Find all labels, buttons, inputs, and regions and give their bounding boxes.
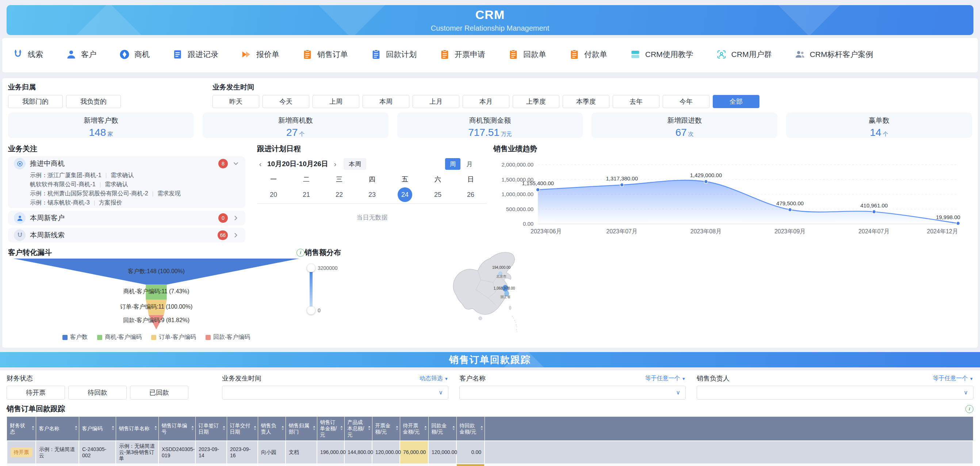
time-button-上周[interactable]: 上周 bbox=[313, 95, 359, 108]
table-info-icon[interactable]: i bbox=[966, 405, 974, 413]
slider-handle-max[interactable] bbox=[307, 264, 315, 272]
opportunity-item[interactable]: 示例：杭州萧山国际贸易股份有限公司-商机-2 需求发现 bbox=[14, 189, 240, 198]
column-header[interactable]: 销售负责人 bbox=[258, 417, 286, 441]
calendar-prev-icon[interactable]: ‹ bbox=[257, 160, 264, 169]
calendar-date-22[interactable]: 22 bbox=[323, 187, 356, 203]
slider-handle-min[interactable] bbox=[307, 306, 315, 315]
time-button-今天[interactable]: 今天 bbox=[262, 95, 309, 108]
legend-item[interactable]: 订单-客户编码 bbox=[151, 334, 196, 341]
sales-owner-select[interactable]: ∨ bbox=[697, 386, 974, 399]
nav-item-invoice-requests[interactable]: 开票申请 bbox=[439, 49, 485, 60]
trend-point[interactable] bbox=[788, 208, 792, 212]
legend-item[interactable]: 商机-客户编码 bbox=[97, 334, 142, 341]
customer-operator-link[interactable]: 等于任意一个 ▼ bbox=[645, 375, 686, 382]
legend-item[interactable]: 回款-客户编码 bbox=[205, 334, 250, 341]
calendar-date-23[interactable]: 23 bbox=[356, 187, 388, 203]
sort-icon[interactable] bbox=[253, 425, 257, 432]
sort-icon[interactable] bbox=[154, 425, 158, 432]
nav-item-receipts[interactable]: 回款单 bbox=[508, 49, 546, 60]
customer-name-select[interactable]: ∨ bbox=[459, 386, 686, 399]
column-header[interactable]: 财务状态 bbox=[7, 417, 36, 441]
sort-icon[interactable] bbox=[32, 425, 35, 432]
sort-icon[interactable] bbox=[395, 425, 399, 432]
opportunity-item[interactable]: 帆软软件有限公司-商机-1 需求确认 bbox=[14, 180, 240, 189]
nav-item-crm-cases[interactable]: CRM标杆客户案例 bbox=[794, 49, 873, 60]
nav-item-customers[interactable]: 客户 bbox=[66, 49, 96, 60]
nav-item-leads[interactable]: 线索 bbox=[13, 49, 43, 60]
time-button-全部[interactable]: 全部 bbox=[713, 95, 759, 108]
ownership-button[interactable]: 我部门的 bbox=[8, 95, 63, 108]
funnel-info-icon[interactable]: i bbox=[296, 249, 304, 257]
nav-item-crm-user-group[interactable]: CRM用户群 bbox=[716, 49, 772, 60]
column-header[interactable]: 待回款金额/元 bbox=[457, 417, 485, 441]
time-button-本季度[interactable]: 本季度 bbox=[563, 95, 609, 108]
column-header[interactable]: 销售订单金额/元 bbox=[317, 417, 344, 441]
column-header[interactable]: 产品成本总额/元 bbox=[344, 417, 372, 441]
finance-status-button-待开票[interactable]: 待开票 bbox=[6, 386, 65, 399]
column-header[interactable]: 销售归属部门 bbox=[286, 417, 317, 441]
sort-icon[interactable] bbox=[452, 425, 455, 432]
trend-point[interactable] bbox=[956, 222, 960, 225]
sort-icon[interactable] bbox=[480, 425, 484, 432]
ownership-button[interactable]: 我负责的 bbox=[66, 95, 121, 108]
time-button-上月[interactable]: 上月 bbox=[413, 95, 459, 108]
focus-panel-header[interactable]: 本周新客户 0 bbox=[14, 211, 240, 225]
legend-item[interactable]: 客户数 bbox=[62, 334, 88, 341]
opportunity-item[interactable]: 示例：锡东帆软-商机-3 方案报价 bbox=[14, 198, 240, 207]
calendar-date-25[interactable]: 25 bbox=[422, 187, 454, 203]
column-header[interactable]: 订单签订日期 bbox=[195, 417, 227, 441]
order-time-select[interactable]: ∨ bbox=[222, 386, 449, 399]
chevron-right-icon[interactable] bbox=[232, 232, 240, 239]
sort-icon[interactable] bbox=[424, 425, 427, 432]
nav-item-crm-tutorial[interactable]: CRM使用教学 bbox=[630, 49, 694, 60]
sales-operator-link[interactable]: 等于任意一个 ▼ bbox=[933, 375, 974, 382]
time-button-去年[interactable]: 去年 bbox=[612, 95, 659, 108]
finance-status-button-待回款[interactable]: 待回款 bbox=[68, 386, 127, 399]
focus-panel-header[interactable]: 本周新线索 66 bbox=[14, 228, 240, 242]
calendar-this-week-button[interactable]: 本周 bbox=[344, 158, 366, 170]
opportunity-item[interactable]: 示例：杭州简道云-商机-3 方案报价 bbox=[14, 207, 240, 208]
table-row[interactable]: 待回款示例：锡东帆软C-240305-001示例：锡东帆软-第2份销售订单XSD… bbox=[7, 464, 973, 466]
trend-point[interactable] bbox=[872, 210, 876, 214]
nav-item-payments[interactable]: 付款单 bbox=[569, 49, 607, 60]
chevron-down-icon[interactable] bbox=[232, 160, 240, 167]
column-header[interactable]: 回款金额/元 bbox=[428, 417, 457, 441]
sort-icon[interactable] bbox=[340, 425, 343, 432]
trend-point[interactable] bbox=[620, 183, 624, 187]
calendar-date-20[interactable]: 20 bbox=[257, 187, 290, 203]
sort-icon[interactable] bbox=[313, 425, 316, 432]
nav-item-quotes[interactable]: 报价单 bbox=[241, 49, 279, 60]
time-button-昨天[interactable]: 昨天 bbox=[213, 95, 259, 108]
nav-item-sales-orders[interactable]: 销售订单 bbox=[302, 49, 348, 60]
sort-icon[interactable] bbox=[222, 425, 226, 432]
trend-point[interactable] bbox=[704, 180, 708, 183]
sort-icon[interactable] bbox=[281, 425, 285, 432]
time-button-本周[interactable]: 本周 bbox=[363, 95, 409, 108]
opportunity-item[interactable]: 示例：浙江广厦集团-商机-1 需求确认 bbox=[14, 171, 240, 180]
sort-icon[interactable] bbox=[75, 425, 78, 432]
table-row[interactable]: 待开票示例：无锡简道云C-240305-002示例：无锡简道云-第3份销售订单X… bbox=[7, 441, 973, 464]
nav-item-follow-records[interactable]: 跟进记录 bbox=[172, 49, 218, 60]
time-button-上季度[interactable]: 上季度 bbox=[513, 95, 559, 108]
column-header[interactable]: 订单交付日期 bbox=[227, 417, 258, 441]
focus-panel-header[interactable]: 推进中商机 8 bbox=[14, 156, 240, 171]
sort-icon[interactable] bbox=[368, 425, 371, 432]
column-header[interactable]: 销售订单编号 bbox=[159, 417, 195, 441]
column-header[interactable]: 开票金额/元 bbox=[372, 417, 400, 441]
nav-item-payment-plans[interactable]: 回款计划 bbox=[371, 49, 417, 60]
calendar-week-toggle[interactable]: 周 bbox=[445, 158, 460, 170]
chevron-right-icon[interactable] bbox=[232, 215, 240, 222]
sort-icon[interactable] bbox=[111, 425, 115, 432]
dynamic-filter-link[interactable]: 动态筛选 ▼ bbox=[420, 375, 449, 382]
column-header[interactable]: 待开票金额/元 bbox=[400, 417, 428, 441]
calendar-date-21[interactable]: 21 bbox=[290, 187, 323, 203]
column-header[interactable]: 客户编码 bbox=[79, 417, 116, 441]
finance-status-button-已回款[interactable]: 已回款 bbox=[130, 386, 188, 399]
time-button-今年[interactable]: 今年 bbox=[663, 95, 710, 108]
calendar-date-26[interactable]: 26 bbox=[454, 187, 487, 203]
nav-item-opportunities[interactable]: 商机 bbox=[119, 49, 150, 60]
calendar-month-toggle[interactable]: 月 bbox=[462, 158, 477, 170]
trend-point[interactable] bbox=[536, 188, 540, 191]
column-header[interactable]: 客户名称 bbox=[36, 417, 79, 441]
calendar-date-24[interactable]: 24 bbox=[388, 187, 422, 203]
